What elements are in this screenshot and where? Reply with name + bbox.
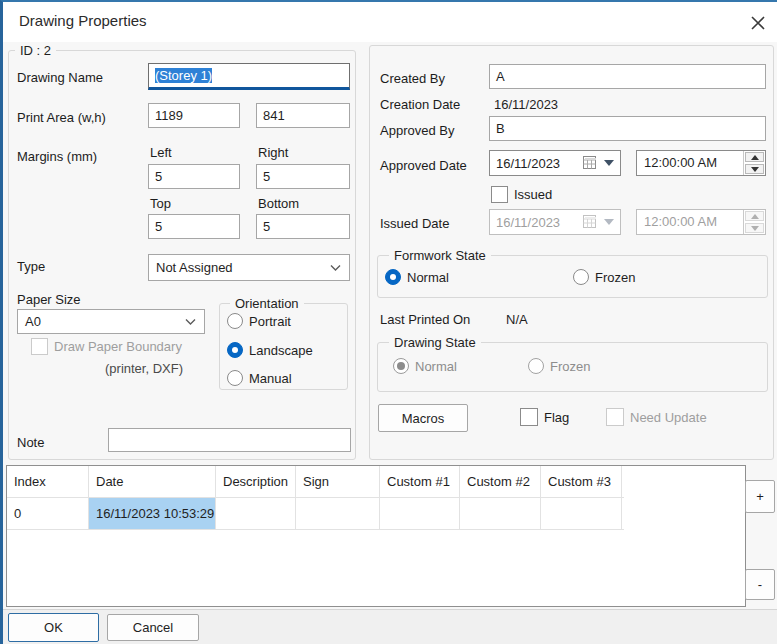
issued-label: Issued xyxy=(514,187,552,202)
flag-checkbox[interactable] xyxy=(520,408,538,426)
last-printed-on-value: N/A xyxy=(506,312,528,327)
issued-time-spinner: 12:00:00 AM xyxy=(636,209,766,235)
table-row[interactable]: 0 16/11/2023 10:53:29 AM xyxy=(7,498,624,530)
need-update-label: Need Update xyxy=(630,410,707,425)
remove-row-button[interactable]: - xyxy=(745,569,775,600)
cell-sign[interactable] xyxy=(296,498,380,529)
approved-time-spinner[interactable]: 12:00:00 AM xyxy=(636,150,766,176)
formwork-normal-label: Normal xyxy=(407,270,449,285)
approved-date-value: 16/11/2023 xyxy=(496,156,577,171)
margin-left-label: Left xyxy=(150,145,172,160)
close-button[interactable] xyxy=(745,10,771,36)
margin-top-value: 5 xyxy=(155,219,162,234)
issued-date-value: 16/11/2023 xyxy=(496,215,577,230)
drawing-name-label: Drawing Name xyxy=(17,70,103,85)
radio-disabled-icon xyxy=(528,358,544,374)
issued-date-label: Issued Date xyxy=(380,216,449,231)
orientation-manual-option[interactable]: Manual xyxy=(227,370,292,386)
chevron-down-icon xyxy=(330,264,341,271)
created-by-input[interactable]: A xyxy=(489,64,766,89)
issued-checkbox[interactable] xyxy=(491,186,508,203)
margin-left-input[interactable]: 5 xyxy=(148,164,240,189)
spinner-down-icon[interactable] xyxy=(745,164,764,174)
formwork-state-label: Formwork State xyxy=(389,248,491,263)
approved-by-input[interactable]: B xyxy=(489,116,766,141)
print-area-width-input[interactable]: 1189 xyxy=(148,103,240,128)
spinner-down-icon xyxy=(745,223,764,233)
drawing-state-normal-label: Normal xyxy=(415,359,457,374)
type-label: Type xyxy=(17,259,45,274)
column-header-sign[interactable]: Sign xyxy=(296,466,380,497)
drawing-properties-dialog: Drawing Properties ID : 2 Drawing Name (… xyxy=(0,0,777,644)
dropdown-arrow-icon[interactable] xyxy=(604,160,614,166)
note-input[interactable] xyxy=(108,428,351,452)
cell-custom1[interactable] xyxy=(380,498,460,529)
radio-selected-icon xyxy=(385,269,401,285)
column-header-date[interactable]: Date xyxy=(89,466,216,497)
radio-icon xyxy=(227,313,243,329)
margin-right-label: Right xyxy=(258,145,288,160)
creation-date-value: 16/11/2023 xyxy=(494,97,558,112)
print-area-label: Print Area (w,h) xyxy=(17,110,106,125)
formwork-frozen-option[interactable]: Frozen xyxy=(573,269,635,285)
margin-right-value: 5 xyxy=(263,169,270,184)
margin-right-input[interactable]: 5 xyxy=(256,164,350,189)
orientation-landscape-label: Landscape xyxy=(249,343,313,358)
orientation-portrait-option[interactable]: Portrait xyxy=(227,313,291,329)
paper-size-combobox[interactable]: A0 xyxy=(17,309,205,334)
radio-icon xyxy=(573,269,589,285)
cell-custom2[interactable] xyxy=(460,498,541,529)
type-combobox[interactable]: Not Assigned xyxy=(148,254,350,281)
margin-top-label: Top xyxy=(150,196,171,211)
radio-selected-icon xyxy=(227,342,243,358)
creation-date-label: Creation Date xyxy=(380,97,460,112)
formwork-normal-option[interactable]: Normal xyxy=(385,269,449,285)
margin-bottom-input[interactable]: 5 xyxy=(256,214,350,239)
approved-date-label: Approved Date xyxy=(380,158,467,173)
spinner-up-icon[interactable] xyxy=(745,152,764,162)
calendar-icon xyxy=(583,156,598,170)
column-header-description[interactable]: Description xyxy=(216,466,296,497)
orientation-portrait-label: Portrait xyxy=(249,314,291,329)
orientation-landscape-option[interactable]: Landscape xyxy=(227,342,313,358)
macros-button[interactable]: Macros xyxy=(378,404,468,432)
print-area-width-value: 1189 xyxy=(155,108,183,123)
cell-index[interactable]: 0 xyxy=(7,498,89,529)
cancel-button[interactable]: Cancel xyxy=(107,614,199,641)
column-header-index[interactable]: Index xyxy=(7,466,89,497)
drawing-state-frozen-label: Frozen xyxy=(550,359,590,374)
cell-description[interactable] xyxy=(216,498,296,529)
print-area-height-input[interactable]: 841 xyxy=(256,103,350,128)
column-header-custom2[interactable]: Custom #2 xyxy=(460,466,541,497)
cell-date[interactable]: 16/11/2023 10:53:29 AM xyxy=(89,498,216,529)
created-by-value: A xyxy=(496,69,505,84)
margin-top-input[interactable]: 5 xyxy=(148,214,240,239)
issued-date-picker: 16/11/2023 xyxy=(489,209,621,235)
cell-custom3[interactable] xyxy=(541,498,622,529)
margin-bottom-value: 5 xyxy=(263,219,270,234)
orientation-group-label: Orientation xyxy=(230,296,304,311)
spinner-buttons xyxy=(743,210,765,234)
flag-label: Flag xyxy=(544,410,569,425)
drawing-name-input[interactable]: (Storey 1) xyxy=(148,63,350,90)
column-header-custom1[interactable]: Custom #1 xyxy=(380,466,460,497)
draw-paper-boundary-hint: (printer, DXF) xyxy=(105,361,183,376)
formwork-frozen-label: Frozen xyxy=(595,270,635,285)
draw-paper-boundary-checkbox[interactable] xyxy=(31,338,48,355)
approved-time-value: 12:00:00 AM xyxy=(637,151,743,175)
last-printed-on-label: Last Printed On xyxy=(380,312,470,327)
need-update-checkbox xyxy=(606,408,624,426)
ok-button[interactable]: OK xyxy=(8,613,99,642)
spinner-up-icon xyxy=(745,211,764,221)
approved-date-picker[interactable]: 16/11/2023 xyxy=(489,150,621,176)
add-row-button[interactable]: + xyxy=(745,480,775,513)
draw-paper-boundary-label: Draw Paper Boundary xyxy=(54,339,182,354)
title-bar: Drawing Properties xyxy=(3,2,777,42)
type-value: Not Assigned xyxy=(156,260,233,275)
radio-icon xyxy=(227,370,243,386)
issued-time-value: 12:00:00 AM xyxy=(637,210,743,234)
column-header-custom3[interactable]: Custom #3 xyxy=(541,466,622,497)
drawing-state-label: Drawing State xyxy=(389,335,481,350)
approved-by-label: Approved By xyxy=(380,123,454,138)
close-icon xyxy=(751,16,765,30)
